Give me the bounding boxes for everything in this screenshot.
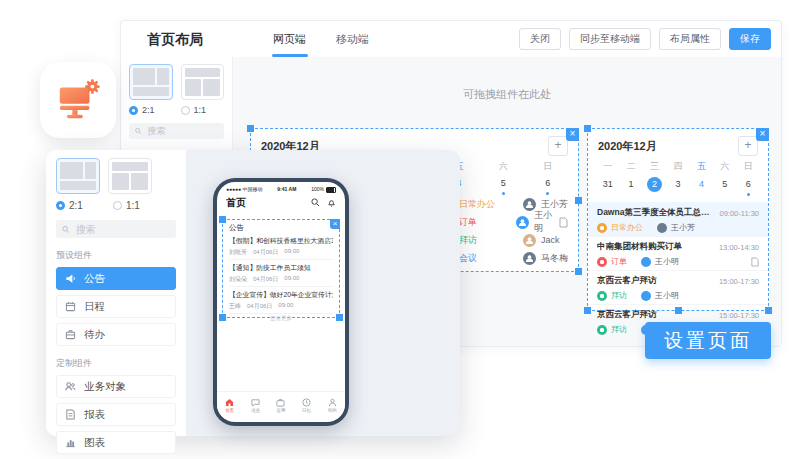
announcement-time: 09:00 — [278, 302, 293, 311]
sidebar-item-todo[interactable]: 待办 — [56, 323, 176, 346]
tag-label: 拜访 — [611, 324, 627, 335]
remove-widget-button[interactable]: × — [756, 128, 769, 141]
remove-widget-button[interactable]: × — [330, 219, 340, 229]
calendar-day[interactable]: 31 — [596, 177, 619, 196]
search-input[interactable] — [146, 125, 218, 137]
resize-handle[interactable] — [336, 314, 343, 321]
event-time: 15:00-17:30 — [719, 311, 759, 320]
layout-props-button[interactable]: 布局属性 — [659, 28, 721, 50]
radio-ratio-2-1[interactable]: 2:1 — [56, 200, 83, 211]
device-tabs: 网页端 移动端 — [273, 21, 369, 57]
item-label: 日程 — [84, 300, 105, 314]
date-row: 31 1 2 3 4 5 6 — [588, 177, 768, 196]
clock-label: 9:41 AM — [277, 186, 296, 192]
tab-mobile[interactable]: 移动端 — [336, 21, 369, 57]
layout-thumb-1-1[interactable] — [181, 64, 225, 100]
search-input[interactable] — [74, 223, 170, 236]
attachment-icon[interactable] — [751, 257, 759, 267]
tab-web[interactable]: 网页端 — [273, 21, 306, 57]
app-icon-tile[interactable] — [40, 62, 116, 138]
event-item[interactable]: Dawna第三季度全体员工总结会09:00-11:30 日常办公王小芳 — [588, 202, 768, 236]
carrier-label: ●●●●● 中国移动 — [226, 186, 263, 192]
radio-ratio-1-1[interactable]: 1:1 — [113, 200, 140, 211]
avatar — [523, 234, 536, 247]
radio-ratio-1-1[interactable]: 1:1 — [181, 105, 207, 115]
phone-announcement-widget[interactable]: × 公告 【假期】和创科技香格里拉大酒店3层美... 刘晓芳04月06日09:0… — [222, 219, 340, 318]
layout-thumb-2-1[interactable] — [129, 64, 173, 100]
view-more-link[interactable]: 查看更多 — [229, 315, 333, 322]
announcement-item[interactable]: 【通知】防疫工作员工须知 刘朵朵04月06日09:00 — [229, 260, 333, 287]
calendar-day[interactable]: 1 — [619, 177, 642, 196]
briefcase-icon — [65, 329, 76, 340]
calendar-day[interactable]: 6 — [526, 176, 570, 195]
weekday: 四 — [666, 160, 689, 173]
resize-handle[interactable] — [584, 125, 591, 132]
radio-ratio-2-1[interactable]: 2:1 — [129, 105, 155, 115]
avatar — [657, 223, 667, 233]
chat-icon — [251, 398, 260, 407]
item-label: 图表 — [84, 436, 105, 450]
search-icon[interactable] — [311, 198, 320, 207]
person-name: 王小明 — [655, 256, 679, 267]
sidebar-item-charts[interactable]: 图表 — [56, 431, 176, 454]
nav-label: 消息 — [251, 408, 260, 413]
resize-handle[interactable] — [765, 307, 772, 314]
preset-group-label: 预设组件 — [56, 249, 176, 262]
calendar-day[interactable]: 3 — [666, 177, 689, 196]
event-time: 09:00-11:30 — [720, 209, 759, 218]
sync-to-mobile-button[interactable]: 同步至移动端 — [569, 28, 651, 50]
schedule-entry[interactable]: 会议 马冬梅 — [441, 249, 568, 267]
schedule-widget-small[interactable]: × 2020年12月 + 一 二 三 四 五 六 日 31 1 2 3 4 5 — [587, 128, 769, 311]
resize-handle[interactable] — [219, 216, 226, 223]
schedule-entry[interactable]: 订单 王小明 — [441, 213, 568, 231]
battery-icon — [326, 187, 336, 193]
search-icon — [62, 225, 70, 234]
event-item[interactable]: 京西云客户拜访15:00-17:30 拜访王小明 — [588, 270, 768, 304]
nav-item-apps[interactable]: 应用 — [268, 392, 294, 419]
component-search[interactable] — [129, 123, 224, 139]
calendar-day[interactable]: 5 — [713, 177, 736, 196]
calendar-day-selected[interactable]: 2 — [643, 177, 666, 196]
sidebar-item-announcement[interactable]: 公告 — [56, 267, 176, 290]
add-event-button[interactable]: + — [548, 136, 568, 156]
add-event-button[interactable]: + — [738, 136, 758, 156]
layout-thumb-2-1[interactable] — [56, 158, 100, 194]
announcement-title: 【假期】和创科技香格里拉大酒店3层美... — [229, 236, 333, 246]
sidebar-item-business-objects[interactable]: 业务对象 — [56, 375, 176, 398]
resize-handle[interactable] — [675, 307, 682, 314]
bell-icon[interactable] — [327, 198, 336, 207]
calendar-day[interactable]: 4 — [690, 177, 713, 196]
calendar-day[interactable]: 6 — [737, 177, 760, 196]
remove-widget-button[interactable]: × — [566, 128, 579, 141]
save-button[interactable]: 保存 — [729, 28, 771, 50]
resize-handle[interactable] — [247, 125, 254, 132]
weekday-row: 一 二 三 四 五 六 日 — [588, 160, 768, 173]
weekday: 日 — [737, 160, 760, 173]
nav-item-messages[interactable]: 消息 — [243, 392, 269, 419]
resize-handle[interactable] — [584, 307, 591, 314]
sidebar-item-reports[interactable]: 报表 — [56, 403, 176, 426]
nav-item-home[interactable]: 首页 — [217, 392, 243, 419]
announcement-item[interactable]: 【假期】和创科技香格里拉大酒店3层美... 刘晓芳04月06日09:00 — [229, 233, 333, 260]
nav-item-me[interactable]: 我的 — [319, 392, 345, 419]
radio-label: 1:1 — [194, 105, 207, 115]
attachment-icon[interactable] — [559, 217, 568, 228]
layout-thumb-1-1[interactable] — [108, 158, 152, 194]
resize-handle[interactable] — [219, 314, 226, 321]
event-item[interactable]: 中南集团材料购买订单13:00-14:30 订单王小明 — [588, 236, 768, 270]
calendar-day[interactable]: 5 — [481, 176, 525, 195]
close-button[interactable]: 关闭 — [519, 28, 561, 50]
sidebar-item-schedule[interactable]: 日程 — [56, 295, 176, 318]
nav-item-schedule[interactable]: 日程 — [294, 392, 320, 419]
event-time: 15:00-17:30 — [719, 277, 759, 286]
resize-handle[interactable] — [575, 268, 582, 275]
item-label: 业务对象 — [84, 380, 126, 394]
announcement-item[interactable]: 【企业宣传】做好20年企业宣传计划报告会 王峰04月06日09:00 — [229, 287, 333, 314]
setup-page-button[interactable]: 设置页面 — [645, 322, 771, 359]
resize-handle[interactable] — [575, 197, 582, 204]
component-search[interactable] — [56, 220, 176, 238]
tag-label: 日常办公 — [459, 198, 495, 211]
weekday: 一 — [596, 160, 619, 173]
tag-label: 日常办公 — [611, 222, 643, 233]
item-label: 待办 — [84, 328, 105, 342]
